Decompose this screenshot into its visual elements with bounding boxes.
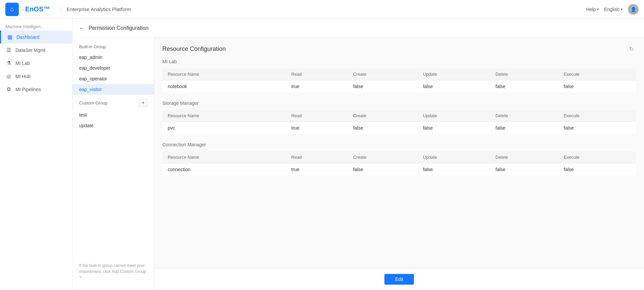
storage-table-header: Resource Name Read Create Update Delete … bbox=[162, 110, 636, 122]
storage-row-pvc-delete: false bbox=[490, 122, 558, 134]
connection-col-execute: Execute bbox=[558, 151, 636, 163]
sidebar-section-title: Machine Intelligen... bbox=[0, 21, 72, 30]
connection-table-header: Resource Name Read Create Update Delete … bbox=[162, 151, 636, 163]
resource-panel: Resource Configuration ↻ MI Lab Resource… bbox=[154, 38, 644, 268]
help-button[interactable]: Help ▾ bbox=[586, 7, 599, 12]
connection-row-name: connection bbox=[162, 163, 286, 176]
connection-manager-section-title: Connection Manager bbox=[162, 142, 636, 147]
sidebar-item-dataset-mgmt[interactable]: ☰ DataSet Mgmt bbox=[0, 44, 72, 57]
sidebar-item-label-mi-pipelines: MI Pipelines bbox=[15, 87, 41, 92]
group-item-eap-visitor[interactable]: eap_visitor bbox=[72, 84, 154, 95]
refresh-button[interactable]: ↻ bbox=[627, 44, 636, 54]
mi-lab-section-title: MI Lab bbox=[162, 59, 636, 64]
page-title: Permission Configuration bbox=[89, 25, 149, 31]
dashboard-icon: ▦ bbox=[6, 34, 13, 40]
mi-lab-row-notebook-delete: false bbox=[490, 80, 558, 93]
sidebar-item-label-dataset: DataSet Mgmt bbox=[15, 48, 45, 53]
storage-col-execute: Execute bbox=[558, 110, 636, 122]
mi-lab-col-resource-name: Resource Name bbox=[162, 68, 286, 80]
table-row: connection true false false false false bbox=[162, 163, 636, 176]
mi-lab-icon: ⚗ bbox=[5, 60, 12, 66]
table-row: notebook true false false false false bbox=[162, 80, 636, 93]
mi-pipelines-icon: ⚙ bbox=[5, 86, 12, 92]
mi-lab-row-notebook-update: false bbox=[418, 80, 490, 93]
storage-col-create: Create bbox=[348, 110, 418, 122]
storage-row-pvc-create: false bbox=[348, 122, 418, 134]
logo-dots: ··· bbox=[21, 7, 24, 12]
mi-lab-col-read: Read bbox=[286, 68, 348, 80]
language-button[interactable]: English ▾ bbox=[604, 7, 623, 12]
sidebar-item-mi-hub[interactable]: ◎ MI Hub bbox=[0, 70, 72, 83]
layout: Machine Intelligen... ▦ Dashboard ☰ Data… bbox=[0, 19, 644, 290]
language-caret-icon: ▾ bbox=[621, 7, 623, 11]
storage-col-delete: Delete bbox=[490, 110, 558, 122]
home-button[interactable]: ⌂ bbox=[5, 3, 19, 16]
connection-manager-table: Resource Name Read Create Update Delete … bbox=[162, 151, 636, 175]
page-header: ← Permission Configuration bbox=[72, 19, 644, 38]
groups-panel: Built-in Group eap_admin eap_developer e… bbox=[72, 38, 154, 290]
connection-col-read: Read bbox=[286, 151, 348, 163]
group-item-eap-admin[interactable]: eap_admin bbox=[72, 52, 154, 63]
navbar-right: Help ▾ English ▾ 👤 bbox=[586, 4, 639, 15]
edit-button[interactable]: Edit bbox=[384, 274, 414, 285]
connection-col-resource-name: Resource Name bbox=[162, 151, 286, 163]
logo-text: EnOS™ bbox=[25, 5, 50, 13]
mi-lab-row-notebook-create: false bbox=[348, 80, 418, 93]
groups-hint: If the built-in group cannot meet your r… bbox=[72, 259, 154, 285]
sidebar-item-mi-pipelines[interactable]: ⚙ MI Pipelines bbox=[0, 83, 72, 96]
sidebar-item-label-mi-lab: MI Lab bbox=[15, 61, 30, 66]
mi-hub-icon: ◎ bbox=[5, 73, 12, 79]
storage-col-read: Read bbox=[286, 110, 348, 122]
content-area: ← Permission Configuration Built-in Grou… bbox=[72, 19, 644, 290]
user-avatar[interactable]: 👤 bbox=[628, 4, 639, 15]
nav-divider bbox=[61, 5, 61, 14]
mi-lab-row-notebook-read: true bbox=[286, 80, 348, 93]
main-content: Built-in Group eap_admin eap_developer e… bbox=[72, 38, 644, 290]
connection-row-read: true bbox=[286, 163, 348, 176]
mi-lab-row-notebook-execute: false bbox=[558, 80, 636, 93]
custom-group-title: Custom Group bbox=[79, 100, 108, 105]
sidebar-item-mi-lab[interactable]: ⚗ MI Lab bbox=[0, 57, 72, 70]
group-item-test[interactable]: test bbox=[72, 110, 154, 120]
connection-row-create: false bbox=[348, 163, 418, 176]
resource-panel-header: Resource Configuration ↻ bbox=[162, 44, 636, 54]
storage-col-resource-name: Resource Name bbox=[162, 110, 286, 122]
sidebar: Machine Intelligen... ▦ Dashboard ☰ Data… bbox=[0, 19, 72, 290]
builtin-group-title: Built-in Group bbox=[72, 43, 154, 52]
mi-lab-row-notebook-name: notebook bbox=[162, 80, 286, 93]
connection-col-create: Create bbox=[348, 151, 418, 163]
group-item-update[interactable]: update bbox=[72, 120, 154, 131]
dataset-icon: ☰ bbox=[5, 47, 12, 53]
navbar: ⌂ ··· EnOS™ Enterprise Analytics Platfor… bbox=[0, 0, 644, 19]
connection-row-delete: false bbox=[490, 163, 558, 176]
connection-row-update: false bbox=[418, 163, 490, 176]
connection-col-delete: Delete bbox=[490, 151, 558, 163]
mi-lab-table: Resource Name Read Create Update Delete … bbox=[162, 68, 636, 92]
mi-lab-col-create: Create bbox=[348, 68, 418, 80]
storage-row-pvc-read: true bbox=[286, 122, 348, 134]
app-name: Enterprise Analytics Platform bbox=[66, 6, 586, 12]
sidebar-item-label-mi-hub: MI Hub bbox=[15, 74, 31, 79]
mi-lab-col-delete: Delete bbox=[490, 68, 558, 80]
custom-group-header: Custom Group + bbox=[72, 95, 154, 110]
back-button[interactable]: ← bbox=[79, 25, 85, 31]
connection-row-execute: false bbox=[558, 163, 636, 176]
group-item-eap-developer[interactable]: eap_developer bbox=[72, 63, 154, 73]
edit-footer: Edit bbox=[154, 268, 644, 290]
resource-config-title: Resource Configuration bbox=[162, 46, 226, 53]
storage-manager-table: Resource Name Read Create Update Delete … bbox=[162, 110, 636, 134]
resource-config-wrapper: Resource Configuration ↻ MI Lab Resource… bbox=[154, 38, 644, 290]
help-caret-icon: ▾ bbox=[597, 7, 599, 11]
storage-row-pvc-execute: false bbox=[558, 122, 636, 134]
storage-col-update: Update bbox=[418, 110, 490, 122]
storage-row-pvc-name: pvc bbox=[162, 122, 286, 134]
sidebar-item-dashboard[interactable]: ▦ Dashboard bbox=[0, 30, 72, 44]
connection-col-update: Update bbox=[418, 151, 490, 163]
sidebar-item-label-dashboard: Dashboard bbox=[16, 34, 40, 40]
table-row: pvc true false false false false bbox=[162, 122, 636, 134]
storage-manager-section-title: Storage Manager bbox=[162, 100, 636, 106]
logo: ··· EnOS™ bbox=[21, 5, 50, 13]
mi-lab-col-update: Update bbox=[418, 68, 490, 80]
group-item-eap-operator[interactable]: eap_operator bbox=[72, 73, 154, 84]
add-custom-group-button[interactable]: + bbox=[139, 99, 147, 107]
